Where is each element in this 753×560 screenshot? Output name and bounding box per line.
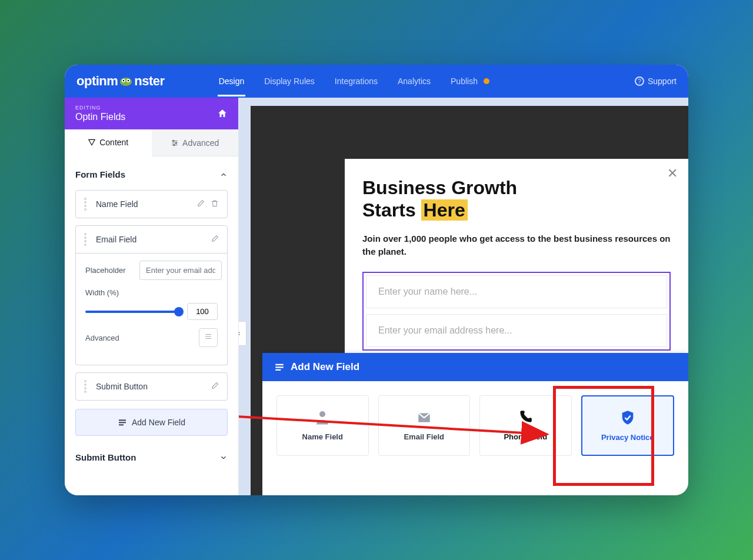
popup-name-input[interactable]: Enter your name here... [366, 275, 667, 308]
field-card-phone[interactable]: Phone Field [479, 395, 572, 456]
collapse-sidebar-button[interactable] [239, 321, 246, 346]
field-row-email[interactable]: Email Field [75, 225, 228, 254]
svg-point-4 [128, 80, 129, 81]
add-field-label: Add New Field [132, 418, 185, 427]
chevron-down-icon [219, 454, 228, 462]
sub-tab-content-label: Content [99, 138, 128, 147]
list-icon [118, 418, 127, 427]
placeholder-label: Placeholder [85, 266, 132, 275]
advanced-toggle[interactable] [199, 328, 218, 347]
svg-point-0 [120, 78, 132, 86]
delete-icon[interactable] [211, 199, 219, 209]
field-card-privacy[interactable]: Privacy Notice [581, 395, 675, 456]
section-submit-button[interactable]: Submit Button [75, 449, 228, 466]
sub-tab-content[interactable]: Content [65, 129, 152, 156]
sub-tab-advanced[interactable]: Advanced [152, 129, 239, 156]
svg-rect-12 [275, 366, 284, 368]
field-name-label: Name Field [96, 199, 138, 209]
popup-title-highlight: Here [421, 199, 468, 221]
list-icon [274, 362, 285, 372]
editing-overline: EDITING [75, 105, 125, 111]
section-form-fields-label: Form Fields [75, 169, 125, 179]
drag-handle-icon[interactable] [84, 233, 90, 246]
envelope-icon [415, 409, 434, 425]
svg-rect-11 [275, 364, 284, 365]
section-submit-label: Submit Button [75, 452, 136, 462]
brand-logo: optinm nster [76, 74, 165, 89]
nav-tabs: Design Display Rules Integrations Analyt… [218, 66, 491, 96]
top-nav: optinm nster Design Display Rules Integr… [65, 65, 688, 98]
publish-badge-icon [484, 78, 489, 84]
tab-analytics[interactable]: Analytics [397, 66, 432, 96]
add-field-panel-title: Add New Field [291, 361, 359, 373]
person-icon [313, 409, 332, 425]
svg-point-3 [123, 80, 124, 81]
brand-text-2: nster [134, 74, 164, 89]
editing-title: Optin Fields [75, 112, 125, 122]
svg-rect-10 [119, 424, 124, 425]
support-label: Support [648, 76, 677, 86]
drag-handle-icon[interactable] [84, 198, 90, 211]
email-field-settings: Placeholder Width (%) Advanced [75, 251, 228, 365]
svg-point-7 [174, 144, 175, 145]
svg-rect-9 [119, 422, 126, 423]
field-card-email-label: Email Field [404, 432, 444, 441]
width-label: Width (%) [85, 288, 132, 297]
sidebar: EDITING Optin Fields Content Advanced [65, 98, 239, 495]
section-form-fields[interactable]: Form Fields [75, 166, 228, 183]
popup-title-line1: Business Growth [362, 177, 517, 198]
width-slider[interactable] [85, 311, 181, 313]
popup-email-input[interactable]: Enter your email address here... [366, 314, 667, 347]
field-card-name[interactable]: Name Field [276, 395, 369, 456]
tab-publish-label: Publish [451, 76, 478, 86]
tab-integrations[interactable]: Integrations [334, 66, 379, 96]
sub-tabs: Content Advanced [65, 129, 238, 156]
add-new-field-button[interactable]: Add New Field [75, 409, 228, 436]
field-card-name-label: Name Field [302, 432, 343, 441]
add-field-panel: Add New Field Name Field [262, 353, 688, 495]
field-options: Name Field Email Field Pho [262, 381, 688, 470]
app-window: optinm nster Design Display Rules Integr… [65, 65, 688, 495]
popup-form: Enter your name here... Enter your email… [362, 272, 671, 351]
canvas-area: ✕ Business Growth Starts Here Join over … [239, 98, 688, 495]
tab-display-rules[interactable]: Display Rules [263, 66, 316, 96]
svg-point-6 [175, 142, 176, 143]
field-card-email[interactable]: Email Field [378, 395, 471, 456]
popup-title: Business Growth Starts Here [362, 176, 671, 222]
field-card-phone-label: Phone Field [504, 432, 547, 441]
svg-rect-13 [275, 369, 281, 371]
home-icon[interactable] [217, 108, 228, 119]
field-email-label: Email Field [96, 235, 136, 244]
edit-icon[interactable] [211, 235, 219, 245]
body-area: EDITING Optin Fields Content Advanced [65, 98, 688, 495]
sidebar-panel: Form Fields Name Field Email Field [65, 156, 238, 475]
svg-rect-8 [119, 419, 126, 421]
tab-design[interactable]: Design [218, 66, 246, 96]
popup-preview: ✕ Business Growth Starts Here Join over … [345, 159, 688, 374]
field-submit-label: Submit Button [96, 382, 148, 391]
edit-icon[interactable] [196, 199, 205, 209]
help-icon: ? [635, 76, 644, 86]
tab-publish[interactable]: Publish [449, 66, 491, 96]
field-card-privacy-label: Privacy Notice [601, 433, 654, 442]
width-value-input[interactable] [187, 303, 218, 320]
add-field-panel-header: Add New Field [262, 353, 688, 381]
drag-handle-icon[interactable] [84, 380, 90, 393]
popup-title-line2a: Starts [362, 199, 421, 221]
canvas-inner: ✕ Business Growth Starts Here Join over … [251, 106, 688, 495]
close-icon[interactable]: ✕ [667, 166, 678, 181]
field-row-submit[interactable]: Submit Button [75, 372, 228, 401]
field-row-name[interactable]: Name Field [75, 190, 228, 218]
svg-point-5 [173, 140, 174, 141]
chevron-up-icon [219, 171, 228, 179]
slider-thumb[interactable] [174, 307, 184, 316]
sub-tab-advanced-label: Advanced [182, 138, 219, 148]
brand-text-1: optinm [76, 74, 118, 89]
editing-bar: EDITING Optin Fields [65, 98, 238, 129]
advanced-label: Advanced [85, 334, 132, 342]
popup-subtitle: Join over 1,000 people who get access to… [362, 232, 671, 259]
placeholder-input[interactable] [139, 261, 222, 280]
monster-icon [119, 74, 133, 86]
support-link[interactable]: ? Support [635, 76, 677, 86]
edit-icon[interactable] [211, 382, 219, 392]
